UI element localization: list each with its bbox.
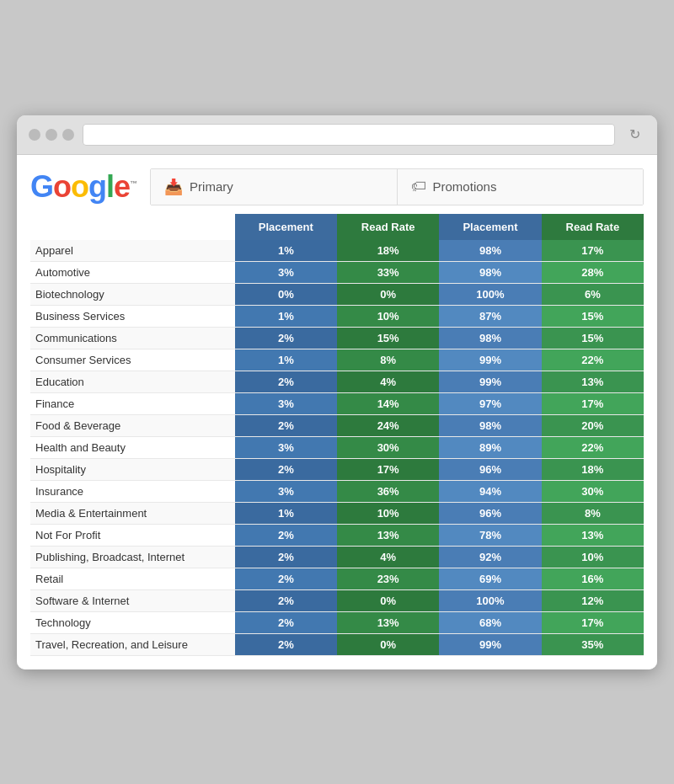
cell-primary-placement: 1% bbox=[235, 240, 337, 262]
cell-primary-placement: 0% bbox=[235, 283, 337, 305]
cell-promo-placement: 96% bbox=[439, 458, 541, 480]
cell-industry: Hospitality bbox=[30, 458, 235, 480]
cell-primary-placement: 2% bbox=[235, 611, 337, 633]
browser-window: ↻ Google™ 📥 Primary 🏷 Promotions bbox=[17, 115, 657, 669]
cell-industry: Travel, Recreation, and Leisure bbox=[30, 633, 235, 655]
cell-promo-placement: 94% bbox=[439, 480, 541, 502]
tab-primary[interactable]: 📥 Primary bbox=[151, 169, 397, 205]
header-primary-placement: Placement bbox=[235, 214, 337, 240]
cell-promo-placement: 98% bbox=[439, 414, 541, 436]
cell-primary-placement: 2% bbox=[235, 371, 337, 392]
primary-tab-label: Primary bbox=[190, 179, 233, 194]
cell-primary-readrate: 10% bbox=[337, 502, 439, 524]
table-row: Media & Entertainment1%10%96%8% bbox=[30, 502, 644, 524]
address-bar[interactable] bbox=[83, 124, 615, 146]
browser-chrome: ↻ bbox=[17, 115, 657, 155]
cell-promo-readrate: 17% bbox=[542, 240, 644, 262]
header-promo-placement: Placement bbox=[439, 214, 541, 240]
cell-primary-placement: 3% bbox=[235, 261, 337, 283]
cell-primary-readrate: 36% bbox=[337, 480, 439, 502]
cell-promo-readrate: 16% bbox=[542, 568, 644, 589]
cell-industry: Automotive bbox=[30, 261, 235, 283]
table-row: Business Services1%10%87%15% bbox=[30, 305, 644, 327]
tab-promotions[interactable]: 🏷 Promotions bbox=[398, 169, 643, 205]
table-row: Finance3%14%97%17% bbox=[30, 392, 644, 414]
cell-promo-readrate: 10% bbox=[542, 546, 644, 568]
table-row: Apparel1%18%98%17% bbox=[30, 240, 644, 262]
cell-promo-readrate: 20% bbox=[542, 414, 644, 436]
cell-primary-placement: 1% bbox=[235, 502, 337, 524]
cell-promo-placement: 99% bbox=[439, 349, 541, 371]
cell-promo-readrate: 28% bbox=[542, 261, 644, 283]
table-row: Food & Beverage2%24%98%20% bbox=[30, 414, 644, 436]
cell-primary-readrate: 14% bbox=[337, 392, 439, 414]
cell-industry: Software & Internet bbox=[30, 589, 235, 611]
cell-promo-readrate: 22% bbox=[542, 436, 644, 458]
cell-promo-readrate: 30% bbox=[542, 480, 644, 502]
cell-primary-readrate: 0% bbox=[337, 633, 439, 655]
cell-primary-placement: 2% bbox=[235, 327, 337, 349]
cell-promo-placement: 69% bbox=[439, 568, 541, 589]
cell-primary-readrate: 10% bbox=[337, 305, 439, 327]
cell-promo-readrate: 8% bbox=[542, 502, 644, 524]
table-row: Communications2%15%98%15% bbox=[30, 327, 644, 349]
cell-primary-readrate: 15% bbox=[337, 327, 439, 349]
cell-primary-readrate: 33% bbox=[337, 261, 439, 283]
promotions-tab-label: Promotions bbox=[433, 179, 497, 194]
table-row: Education2%4%99%13% bbox=[30, 371, 644, 392]
cell-promo-placement: 100% bbox=[439, 283, 541, 305]
cell-primary-readrate: 13% bbox=[337, 611, 439, 633]
cell-promo-placement: 92% bbox=[439, 546, 541, 568]
cell-promo-placement: 98% bbox=[439, 327, 541, 349]
cell-promo-readrate: 17% bbox=[542, 611, 644, 633]
cell-primary-readrate: 8% bbox=[337, 349, 439, 371]
cell-promo-placement: 87% bbox=[439, 305, 541, 327]
cell-primary-placement: 2% bbox=[235, 524, 337, 546]
cell-primary-readrate: 0% bbox=[337, 589, 439, 611]
cell-industry: Health and Beauty bbox=[30, 436, 235, 458]
table-row: Consumer Services1%8%99%22% bbox=[30, 349, 644, 371]
cell-promo-placement: 68% bbox=[439, 611, 541, 633]
cell-promo-placement: 78% bbox=[439, 524, 541, 546]
cell-primary-placement: 3% bbox=[235, 480, 337, 502]
cell-industry: Apparel bbox=[30, 240, 235, 262]
cell-primary-readrate: 4% bbox=[337, 546, 439, 568]
cell-primary-readrate: 18% bbox=[337, 240, 439, 262]
cell-primary-placement: 2% bbox=[235, 414, 337, 436]
table-row: Technology2%13%68%17% bbox=[30, 611, 644, 633]
cell-industry: Education bbox=[30, 371, 235, 392]
table-row: Travel, Recreation, and Leisure2%0%99%35… bbox=[30, 633, 644, 655]
table-row: Retail2%23%69%16% bbox=[30, 568, 644, 589]
cell-promo-readrate: 22% bbox=[542, 349, 644, 371]
cell-primary-placement: 2% bbox=[235, 633, 337, 655]
cell-primary-readrate: 30% bbox=[337, 436, 439, 458]
refresh-button[interactable]: ↻ bbox=[623, 124, 645, 146]
cell-primary-placement: 2% bbox=[235, 546, 337, 568]
cell-primary-placement: 1% bbox=[235, 349, 337, 371]
cell-promo-readrate: 12% bbox=[542, 589, 644, 611]
table-row: Software & Internet2%0%100%12% bbox=[30, 589, 644, 611]
cell-promo-readrate: 13% bbox=[542, 524, 644, 546]
cell-industry: Finance bbox=[30, 392, 235, 414]
cell-promo-readrate: 17% bbox=[542, 392, 644, 414]
cell-promo-readrate: 13% bbox=[542, 371, 644, 392]
header-primary-readrate: Read Rate bbox=[337, 214, 439, 240]
cell-industry: Food & Beverage bbox=[30, 414, 235, 436]
cell-primary-placement: 2% bbox=[235, 589, 337, 611]
cell-primary-placement: 1% bbox=[235, 305, 337, 327]
data-table: Placement Read Rate Placement Read Rate … bbox=[30, 214, 644, 656]
cell-promo-placement: 98% bbox=[439, 261, 541, 283]
table-row: Automotive3%33%98%28% bbox=[30, 261, 644, 283]
cell-primary-readrate: 17% bbox=[337, 458, 439, 480]
cell-industry: Media & Entertainment bbox=[30, 502, 235, 524]
cell-primary-readrate: 0% bbox=[337, 283, 439, 305]
cell-primary-placement: 3% bbox=[235, 392, 337, 414]
cell-promo-readrate: 15% bbox=[542, 305, 644, 327]
table-row: Health and Beauty3%30%89%22% bbox=[30, 436, 644, 458]
cell-industry: Publishing, Broadcast, Internet bbox=[30, 546, 235, 568]
cell-promo-placement: 98% bbox=[439, 240, 541, 262]
browser-dot-2 bbox=[45, 129, 57, 141]
cell-promo-placement: 89% bbox=[439, 436, 541, 458]
cell-primary-placement: 3% bbox=[235, 436, 337, 458]
cell-promo-placement: 99% bbox=[439, 633, 541, 655]
